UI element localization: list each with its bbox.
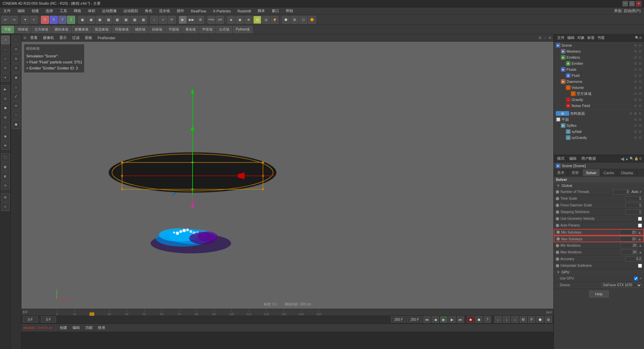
m-icon-2[interactable]: ☑ — [638, 49, 642, 53]
minimize-button[interactable]: ─ — [623, 1, 628, 6]
gpu-group-title[interactable]: ▼ GPU — [554, 269, 644, 275]
viewport-menu-view[interactable]: 查看 — [29, 35, 39, 41]
tab-solver[interactable]: Solver — [583, 169, 600, 176]
tool-6[interactable]: ▦ — [122, 16, 130, 24]
mode-double[interactable]: 双态体域 — [92, 26, 111, 33]
bottom-func[interactable]: 功能 — [84, 325, 94, 331]
goto-end-button[interactable]: ⏭ — [457, 316, 464, 323]
tool-3[interactable]: ▣ — [96, 16, 104, 24]
tree-emitter[interactable]: ◉ Emitter ☑ ☑ — [554, 60, 643, 66]
tab-basic[interactable]: 基本 — [554, 169, 568, 176]
menu-motion[interactable]: 运动图像 — [101, 8, 118, 14]
sidebar-t4[interactable]: ⬟ — [1, 104, 10, 112]
input-threads[interactable] — [613, 189, 630, 195]
mode-capsule[interactable]: 胶囊体域 — [72, 26, 91, 33]
tool-circle[interactable]: ◉ — [12, 73, 20, 82]
global-group-title[interactable]: ▼ Global — [554, 183, 644, 189]
bottom-calib[interactable]: 校准 — [97, 325, 107, 331]
input-minsubsteps[interactable] — [620, 230, 637, 235]
tool-tri[interactable]: △ — [12, 83, 20, 91]
sidebar-t8[interactable]: ✥ — [1, 141, 10, 150]
preview-end-input[interactable] — [407, 316, 422, 322]
sidebar-scale[interactable]: ⤢ — [1, 54, 10, 63]
bottom-edit[interactable]: 编辑 — [71, 325, 81, 331]
fli-icon-2[interactable]: ☑ — [638, 73, 642, 78]
input-miniter[interactable] — [621, 243, 637, 248]
input-stepping[interactable] — [625, 209, 642, 215]
tree-synail[interactable]: ◎ syNail ☑ ☑ — [554, 129, 643, 135]
maximize-button[interactable]: □ — [629, 1, 635, 6]
mode-o-button[interactable]: O — [41, 16, 49, 24]
mode-linear[interactable]: 线性域 — [132, 26, 148, 33]
vo-icon-1[interactable]: ☑ — [633, 86, 637, 90]
special-5[interactable]: ◎ — [262, 16, 270, 24]
menu-character[interactable]: 角色 — [144, 8, 154, 14]
cd-icon-1[interactable]: ☑ — [633, 92, 637, 96]
ei-icon-2[interactable]: ☑ — [638, 61, 642, 65]
props-search-button[interactable]: 🔍 — [630, 157, 634, 160]
close-button[interactable]: ✕ — [636, 1, 641, 6]
viewport-menu-camera[interactable]: 摄像机 — [42, 35, 55, 41]
e-icon-2[interactable]: ☑ — [638, 55, 642, 59]
sidebar-rotate[interactable]: ⟳ — [1, 64, 10, 72]
input-accuracy[interactable] — [625, 256, 642, 262]
sidebar-t14[interactable]: ≡ — [1, 202, 10, 211]
move-tool[interactable]: ↔ — [150, 16, 158, 24]
mode-z-button[interactable]: Z — [67, 16, 75, 24]
nf-icon-2[interactable]: ☑ — [638, 104, 642, 108]
tree-volume[interactable]: □ Volume ☑ ☑ — [554, 85, 643, 91]
check-usegpu[interactable] — [634, 277, 638, 281]
special-3[interactable]: ⊕ — [245, 16, 253, 24]
sidebar-t6[interactable]: △ — [1, 122, 10, 131]
menu-edit[interactable]: 编辑 — [16, 8, 26, 14]
tool-4[interactable]: ▦ — [104, 16, 112, 24]
cs-icon-3[interactable]: ☑ — [638, 111, 642, 115]
mode-torus[interactable]: 环形体域 — [112, 26, 131, 33]
viewport-menu-filter[interactable]: 过滤 — [71, 35, 81, 41]
help-button[interactable]: Help — [589, 291, 608, 297]
tree-noise-field[interactable]: ≋ Noise Field ☑ ☑ — [554, 103, 643, 109]
mode-plane[interactable]: 平面 — [1, 26, 14, 33]
special-9[interactable]: ⬡ — [299, 16, 307, 24]
tool-magnet[interactable]: ✦ — [12, 64, 20, 72]
da-icon-1[interactable]: ☑ — [633, 80, 637, 84]
end-frame-input[interactable] — [391, 316, 406, 322]
start-frame-input[interactable] — [23, 316, 38, 322]
tool-5[interactable]: ▦ — [113, 16, 121, 24]
next-frame-button[interactable]: ▶ — [448, 316, 456, 323]
menu-help[interactable]: 帮助 — [284, 8, 294, 14]
gr-icon-2[interactable]: ☑ — [638, 98, 642, 102]
tool-1[interactable]: ▣ — [78, 16, 86, 24]
tree-sygravity[interactable]: ◎ syGravity ☑ ☑ — [554, 135, 643, 141]
tree-emitters[interactable]: ▶ Emitters ☑ ☑ — [554, 54, 643, 60]
special-2[interactable]: ◉ — [236, 16, 244, 24]
cs-icon-1[interactable]: ☑ — [629, 111, 633, 115]
sidebar-t7[interactable]: ◉ — [1, 132, 10, 141]
props-menu-edit[interactable]: 编辑 — [568, 155, 578, 162]
scene-menu-objects[interactable]: 对象 — [576, 35, 586, 41]
goto-start-button[interactable]: ⏮ — [423, 316, 431, 323]
mode-python[interactable]: Python域 — [233, 26, 253, 33]
tab-cache[interactable]: Cache — [600, 169, 618, 176]
check-geomvel[interactable] — [638, 217, 642, 221]
menu-script[interactable]: 脚本 — [256, 8, 266, 14]
tree-gravity[interactable]: ↓ Gravity ☑ ☑ — [554, 97, 643, 103]
special-1[interactable]: ◈ — [227, 16, 235, 24]
mode-cube[interactable]: 立方体域 — [32, 26, 51, 33]
tree-scene[interactable]: ▶ Scene ☑ ☑ — [554, 42, 643, 48]
select-device[interactable]: GeForce GTX 1070 — [601, 283, 642, 288]
tree-meshers[interactable]: ▶ Meshers ☑ ☑ — [554, 48, 643, 54]
props-lock-button[interactable]: 🔒 — [634, 157, 638, 160]
sn-icon-1[interactable]: ☑ — [633, 130, 637, 134]
record-button[interactable]: ⏺ — [467, 316, 474, 323]
m-icon-1[interactable]: ☑ — [633, 49, 637, 53]
search-icon[interactable]: 🔍 — [635, 36, 639, 40]
tool-hex[interactable]: ⬟ — [12, 120, 20, 129]
sidebar-select[interactable]: ↗ — [1, 36, 10, 44]
pl-icon-1[interactable]: ☑ — [633, 117, 637, 121]
bottom-create[interactable]: 创建 — [58, 325, 68, 331]
tree-cube-domain[interactable]: □ 空方体域 ☑ ☑ — [554, 91, 643, 97]
tool-rotate[interactable]: ⟳ — [12, 45, 20, 54]
tool-wave[interactable]: ≋ — [12, 101, 20, 110]
input-timescale[interactable] — [625, 196, 642, 201]
